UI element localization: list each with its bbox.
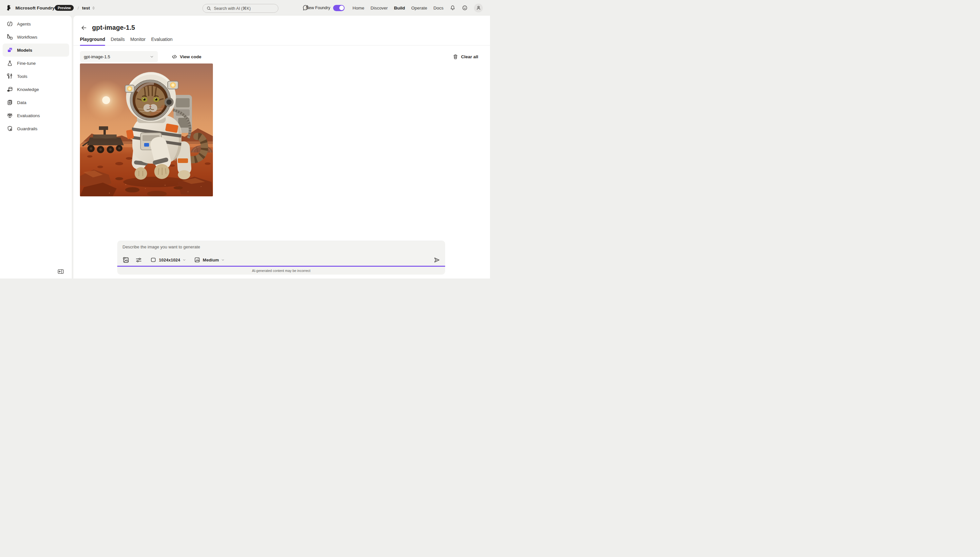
- chevron-down-icon: [183, 258, 186, 262]
- playground-controls: gpt-image-1.5 View code Clear all: [74, 46, 490, 62]
- sidebar-item-label: Fine-tune: [17, 61, 36, 66]
- main-content: gpt-image-1.5 Playground Details Monitor…: [74, 16, 490, 278]
- model-selector-dropdown[interactable]: gpt-image-1.5: [80, 51, 158, 62]
- topbar-right: New Foundry Home Discover Build Operate …: [306, 3, 483, 13]
- collapse-sidebar-icon[interactable]: [58, 268, 64, 275]
- nav-home[interactable]: Home: [353, 6, 364, 10]
- settings-sliders-icon[interactable]: [135, 257, 142, 264]
- workflows-icon: [7, 34, 13, 40]
- code-icon: [172, 54, 177, 60]
- send-icon[interactable]: [433, 257, 440, 264]
- evaluations-scale-icon: [7, 112, 13, 119]
- fine-tune-flask-icon: [7, 60, 13, 67]
- breadcrumb-project[interactable]: test: [82, 6, 96, 10]
- new-foundry-toggle-group: New Foundry: [306, 5, 345, 11]
- tab-bar: Playground Details Monitor Evaluation: [74, 31, 490, 46]
- quality-dropdown[interactable]: Medium: [194, 257, 225, 263]
- chevron-updown-icon: [91, 6, 96, 10]
- tab-evaluation[interactable]: Evaluation: [151, 37, 173, 45]
- new-foundry-toggle[interactable]: [333, 5, 345, 11]
- sidebar-item-label: Evaluations: [17, 113, 40, 118]
- nav-build[interactable]: Build: [394, 6, 405, 10]
- search-bar[interactable]: [203, 4, 278, 13]
- model-selector-value: gpt-image-1.5: [84, 54, 110, 59]
- copilot-chat-icon[interactable]: [302, 4, 309, 11]
- data-document-icon: [7, 99, 13, 106]
- prompt-composer: 1024x1024 Medium AI-generated content ma…: [117, 241, 445, 275]
- view-code-button[interactable]: View code: [172, 54, 201, 60]
- nav-discover[interactable]: Discover: [371, 6, 388, 10]
- chevron-down-icon: [150, 55, 154, 59]
- page-title: gpt-image-1.5: [92, 24, 135, 31]
- models-icon: [7, 47, 13, 53]
- brand-name: Microsoft Foundry: [15, 6, 55, 10]
- account-avatar[interactable]: [474, 3, 483, 13]
- ai-disclaimer: AI-generated content may be incorrect: [117, 269, 445, 273]
- nav-docs[interactable]: Docs: [433, 6, 444, 10]
- agents-icon: [7, 21, 13, 27]
- sidebar-item-tools[interactable]: Tools: [3, 70, 69, 83]
- brand[interactable]: Microsoft Foundry: [6, 5, 55, 11]
- breadcrumb-separator: /: [78, 6, 79, 10]
- search-input[interactable]: [214, 6, 270, 11]
- guardrails-shield-icon: [7, 125, 13, 132]
- aspect-square-icon: [150, 257, 157, 263]
- add-image-icon[interactable]: [122, 257, 129, 264]
- sidebar-item-fine-tune[interactable]: Fine-tune: [3, 57, 69, 70]
- sidebar-item-label: Tools: [17, 74, 28, 79]
- clear-all-button[interactable]: Clear all: [452, 54, 478, 60]
- tab-details[interactable]: Details: [111, 37, 125, 45]
- sidebar-item-workflows[interactable]: Workflows: [3, 31, 69, 44]
- tab-monitor[interactable]: Monitor: [131, 37, 146, 45]
- top-bar: Microsoft Foundry Preview / test New Fou…: [0, 0, 490, 16]
- image-size-dropdown[interactable]: 1024x1024: [150, 257, 186, 263]
- trash-icon: [452, 54, 458, 60]
- chevron-down-icon: [221, 258, 225, 262]
- quality-image-icon: [194, 257, 201, 263]
- sidebar-item-label: Workflows: [17, 35, 38, 40]
- tab-playground[interactable]: Playground: [80, 37, 105, 45]
- knowledge-database-icon: [7, 86, 13, 93]
- prompt-input[interactable]: [122, 244, 430, 254]
- sidebar-item-label: Agents: [17, 21, 31, 26]
- foundry-logo-icon: [6, 5, 13, 11]
- tools-icon: [7, 73, 13, 80]
- image-size-value: 1024x1024: [159, 257, 180, 262]
- sidebar-item-guardrails[interactable]: Guardrails: [3, 122, 69, 135]
- sidebar-item-agents[interactable]: Agents: [3, 17, 69, 31]
- sidebar-item-label: Knowledge: [17, 87, 39, 92]
- feedback-smiley-icon[interactable]: [462, 5, 468, 11]
- composer-accent-divider: [117, 266, 445, 267]
- new-foundry-label: New Foundry: [306, 6, 330, 10]
- search-icon: [206, 6, 211, 11]
- sidebar-item-knowledge[interactable]: Knowledge: [3, 83, 69, 96]
- sidebar-item-evaluations[interactable]: Evaluations: [3, 109, 69, 122]
- quality-value: Medium: [203, 257, 219, 262]
- model-header: gpt-image-1.5: [74, 16, 490, 31]
- sidebar-item-label: Models: [17, 48, 33, 53]
- sidebar-item-label: Guardrails: [17, 126, 38, 131]
- composer-toolbar: 1024x1024 Medium: [122, 255, 440, 265]
- sidebar-item-label: Data: [17, 100, 26, 105]
- sidebar-nav: Agents Workflows Models Fine-tune Tools …: [0, 16, 72, 137]
- sidebar-item-data[interactable]: Data: [3, 96, 69, 109]
- generated-image[interactable]: [80, 64, 213, 196]
- preview-badge: Preview: [55, 5, 74, 11]
- notifications-bell-icon[interactable]: [450, 5, 456, 11]
- sidebar: Agents Workflows Models Fine-tune Tools …: [0, 16, 72, 278]
- back-arrow-icon[interactable]: [80, 24, 87, 31]
- sidebar-item-models[interactable]: Models: [3, 44, 69, 57]
- nav-operate[interactable]: Operate: [411, 6, 427, 10]
